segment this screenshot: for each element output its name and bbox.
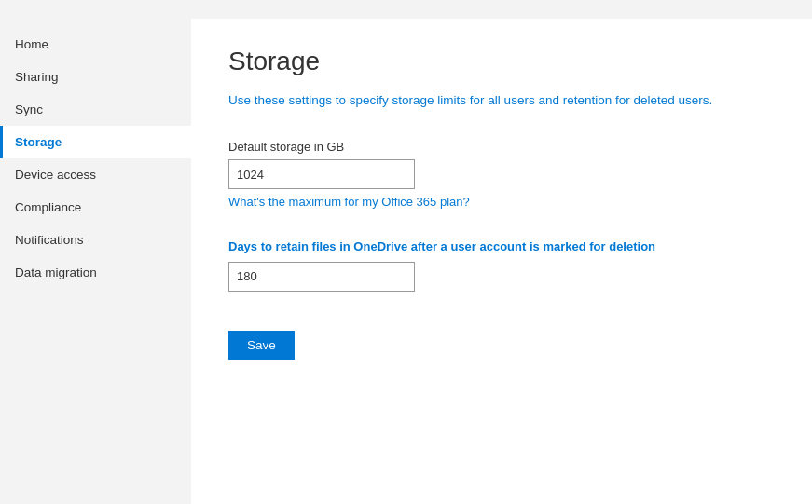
main-container: Home Sharing Sync Storage Device access …	[0, 19, 812, 504]
top-bar	[0, 0, 812, 19]
sidebar-item-compliance[interactable]: Compliance	[0, 191, 191, 224]
sidebar: Home Sharing Sync Storage Device access …	[0, 19, 191, 504]
description-text: Use these settings to specify storage li…	[228, 91, 775, 110]
content-area: Storage Use these settings to specify st…	[191, 19, 812, 504]
sidebar-item-sync[interactable]: Sync	[0, 93, 191, 126]
page-title: Storage	[228, 47, 775, 76]
sidebar-item-device-access[interactable]: Device access	[0, 158, 191, 191]
sidebar-item-home[interactable]: Home	[0, 28, 191, 61]
default-storage-input[interactable]	[228, 159, 415, 189]
save-button[interactable]: Save	[228, 331, 295, 360]
sidebar-item-storage[interactable]: Storage	[0, 126, 191, 158]
sidebar-item-data-migration[interactable]: Data migration	[0, 256, 191, 289]
sidebar-item-notifications[interactable]: Notifications	[0, 224, 191, 256]
sidebar-item-sharing[interactable]: Sharing	[0, 61, 191, 93]
retention-section: Days to retain files in OneDrive after a…	[228, 238, 775, 292]
max-storage-link[interactable]: What's the maximum for my Office 365 pla…	[228, 195, 470, 209]
default-storage-section: Default storage in GB What's the maximum…	[228, 140, 775, 210]
retention-input[interactable]	[228, 262, 415, 292]
default-storage-label: Default storage in GB	[228, 140, 775, 154]
retention-label: Days to retain files in OneDrive after a…	[228, 238, 775, 256]
